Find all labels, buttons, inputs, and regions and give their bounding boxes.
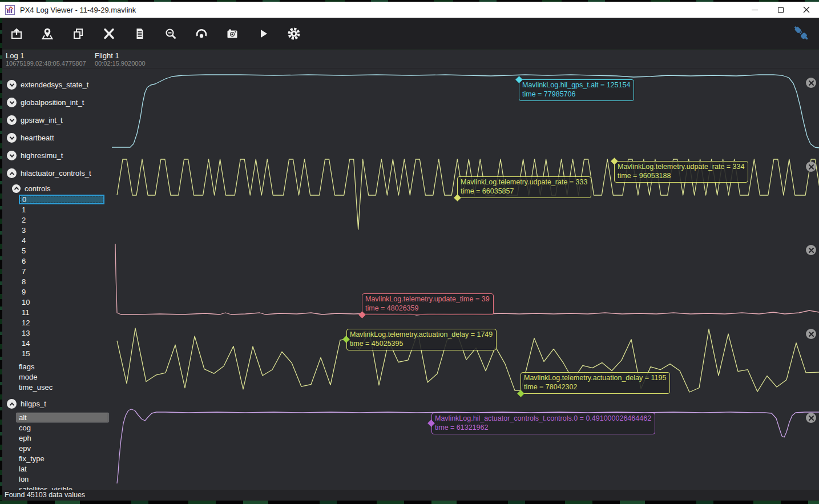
chart-close-button[interactable] (806, 162, 816, 172)
sidebar-item-label: mode (19, 372, 112, 382)
sidebar-item-epv[interactable]: epv (0, 443, 112, 454)
chart-close-button[interactable] (806, 245, 816, 255)
chart-tooltip: MavlinkLog.telemetry.actuation_delay = 1… (346, 329, 497, 350)
sidebar-item-controls[interactable]: controls (0, 182, 112, 195)
chart-tooltip: MavlinkLog.telemetry.update_time = 39tim… (362, 293, 494, 315)
sidebar-item-label: 1 (22, 205, 112, 215)
charts-canvas (0, 0, 819, 504)
tooltip-time-line: time = 45025395 (350, 340, 493, 349)
sidebar-item-12[interactable]: 12 (0, 318, 112, 328)
sidebar-item-flags[interactable]: flags (0, 362, 112, 372)
chevron-down-icon[interactable] (7, 98, 17, 107)
sidebar-item-hilactuator_controls_t[interactable]: hilactuator_controls_t (0, 164, 112, 182)
sidebar-item-lon[interactable]: lon (0, 474, 112, 485)
sidebar-item-hilgps_t[interactable]: hilgps_t (0, 395, 112, 413)
tooltip-label-line: MavlinkLog.telemetry.update_time = 39 (365, 295, 490, 304)
sidebar-item-heartbeatt[interactable]: heartbeatt (0, 129, 112, 147)
sidebar-item-label: 7 (22, 267, 112, 277)
sidebar-item-label: lat (19, 464, 112, 474)
sidebar-item-5[interactable]: 5 (0, 246, 112, 256)
tooltip-label-line: MavlinkLog.telemetry.actuation_delay = 1… (350, 330, 493, 340)
chevron-down-icon[interactable] (7, 115, 17, 125)
tooltip-time-line: time = 61321962 (435, 424, 651, 433)
sidebar-item-alt[interactable]: alt (0, 413, 112, 423)
sidebar-item-label: lon (19, 474, 112, 485)
sidebar-item-label: heartbeatt (21, 134, 54, 142)
chart-tooltip: MavlinkLog.telemetry.actuation_delay = 1… (521, 372, 670, 394)
sidebar-item-label: 4 (22, 236, 112, 246)
chart-close-button[interactable] (806, 78, 816, 88)
sidebar-item-7[interactable]: 7 (0, 267, 112, 277)
chevron-up-icon[interactable] (12, 184, 21, 193)
chevron-down-icon[interactable] (7, 133, 17, 143)
sidebar-item-fix_type[interactable]: fix_type (0, 454, 112, 464)
sidebar-item-label: 3 (22, 225, 112, 236)
chart-close-button[interactable] (806, 329, 816, 339)
close-icon (809, 416, 814, 421)
message-tree: extendedsys_state_tglobalposition_int_tg… (0, 68, 112, 490)
sidebar-item-14[interactable]: 14 (0, 338, 112, 349)
chevron-down-icon[interactable] (7, 151, 17, 160)
sidebar-item-2[interactable]: 2 (0, 215, 112, 225)
sidebar-item-label: fix_type (19, 454, 112, 464)
sidebar-item-cog[interactable]: cog (0, 423, 112, 433)
tooltip-time-line: time = 77985706 (522, 90, 630, 99)
sidebar-item-15[interactable]: 15 (0, 349, 112, 359)
sidebar-item-label: satellites_visible (19, 485, 112, 490)
sidebar-item-11[interactable]: 11 (0, 308, 112, 318)
sidebar-item-13[interactable]: 13 (0, 328, 112, 338)
sidebar-item-gpsraw_int_t[interactable]: gpsraw_int_t (0, 111, 112, 129)
chart-close-button[interactable] (806, 413, 816, 423)
sidebar-item-highresimu_t[interactable]: highresimu_t (0, 147, 112, 164)
close-icon (809, 248, 814, 253)
tooltip-label-line: MavlinkLog.hil_actuator_controls_t.contr… (435, 414, 651, 424)
sidebar-item-label: cog (19, 423, 112, 433)
close-icon (809, 332, 814, 337)
sidebar-item-label: flags (19, 362, 112, 372)
sidebar-item-4[interactable]: 4 (0, 236, 112, 246)
sidebar-item-label: hilgps_t (21, 400, 46, 408)
sidebar-item-label: 0 (19, 195, 104, 204)
sidebar-item-eph[interactable]: eph (0, 433, 112, 443)
sidebar-item-label: extendedsys_state_t (21, 80, 88, 89)
sidebar-item-lat[interactable]: lat (0, 464, 112, 474)
desktop-edge-bottom (0, 501, 819, 504)
chevron-up-icon[interactable] (7, 168, 17, 178)
tooltip-time-line: time = 96053188 (618, 172, 744, 181)
sidebar-item-label: highresimu_t (21, 151, 63, 160)
tooltip-label-line: MavlinkLog.telemetry.udpate_rate = 333 (461, 178, 587, 187)
tooltip-label-line: MavlinkLog.telemetry.udpate_rate = 334 (618, 163, 744, 172)
close-icon (809, 80, 814, 86)
chevron-down-icon[interactable] (7, 80, 17, 90)
sidebar-item-time_usec[interactable]: time_usec (0, 382, 112, 393)
status-bar: Found 45103 data values (0, 490, 819, 501)
tooltip-time-line: time = 78042302 (524, 383, 666, 392)
sidebar-item-label: 15 (22, 349, 112, 359)
tooltip-time-line: time = 66035857 (461, 187, 587, 196)
sidebar-item-0[interactable]: 0 (0, 195, 112, 205)
sidebar-item-label: globalposition_int_t (21, 98, 84, 107)
sidebar-item-8[interactable]: 8 (0, 277, 112, 287)
tooltip-label-line: MavlinkLog.hil_gps_t.alt = 125154 (522, 81, 630, 90)
sidebar-item-label: time_usec (19, 382, 112, 393)
chart-tooltip: MavlinkLog.telemetry.udpate_rate = 334ti… (614, 161, 748, 183)
sidebar-item-6[interactable]: 6 (0, 256, 112, 267)
plot-area: extendedsys_state_tglobalposition_int_tg… (0, 68, 819, 490)
app-window: PX4 Log Viewer - 11-49-29.mavlink (0, 0, 819, 504)
sidebar-item-label: eph (19, 433, 112, 443)
sidebar-item-10[interactable]: 10 (0, 297, 112, 308)
sidebar-item-9[interactable]: 9 (0, 287, 112, 297)
sidebar-item-label: 10 (22, 297, 112, 308)
sidebar-item-globalposition_int_t[interactable]: globalposition_int_t (0, 94, 112, 111)
sidebar-item-3[interactable]: 3 (0, 225, 112, 236)
sidebar-item-label: epv (19, 443, 112, 454)
sidebar-item-satellites_visible[interactable]: satellites_visible (0, 485, 112, 490)
tooltip-time-line: time = 48026359 (365, 304, 490, 313)
chart-tooltip: MavlinkLog.hil_actuator_controls_t.contr… (431, 413, 655, 434)
chevron-up-icon[interactable] (7, 399, 17, 409)
sidebar-item-label: 2 (22, 215, 112, 225)
sidebar-item-mode[interactable]: mode (0, 372, 112, 382)
sidebar-item-extendedsys_state_t[interactable]: extendedsys_state_t (0, 76, 112, 94)
tooltip-label-line: MavlinkLog.telemetry.actuation_delay = 1… (524, 374, 666, 383)
sidebar-item-1[interactable]: 1 (0, 205, 112, 215)
